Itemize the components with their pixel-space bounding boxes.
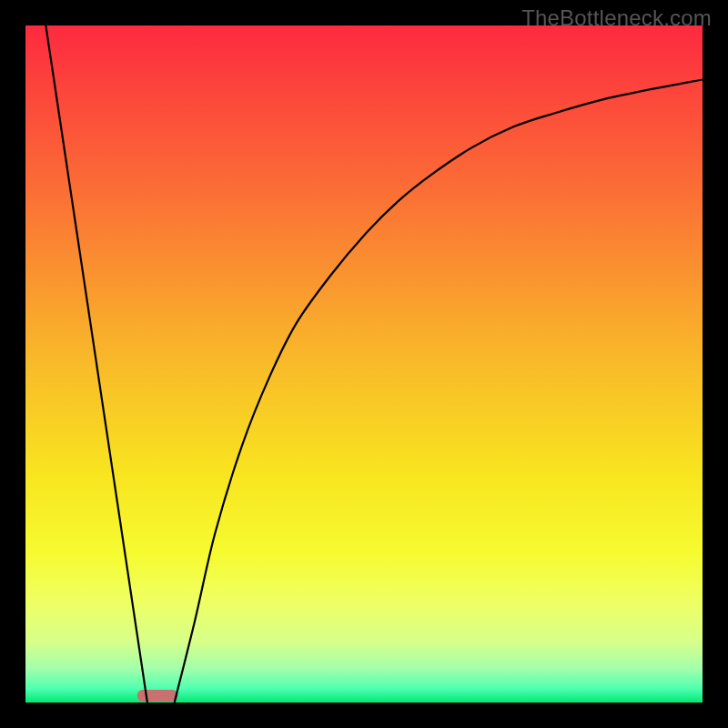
- watermark-text: TheBottleneck.com: [521, 5, 712, 31]
- chart-container: TheBottleneck.com: [0, 0, 728, 728]
- target-marker: [137, 690, 178, 702]
- plot-background: [25, 25, 703, 703]
- bottleneck-chart: [0, 0, 728, 728]
